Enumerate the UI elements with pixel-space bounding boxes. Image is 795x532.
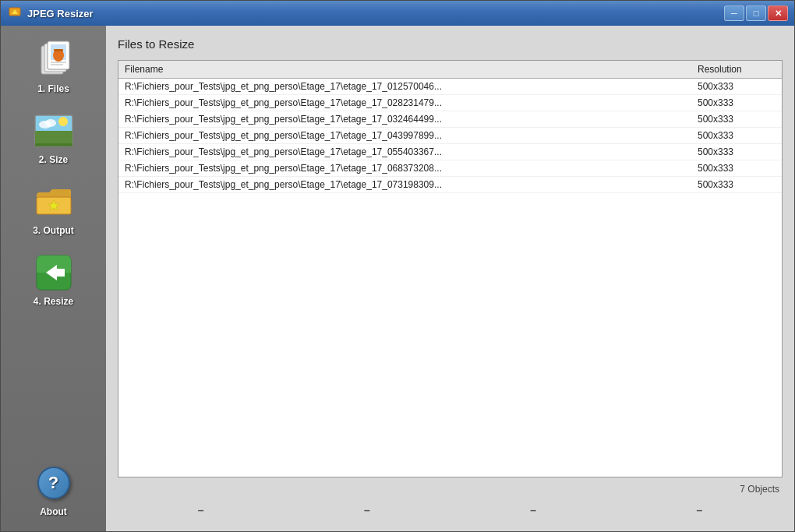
close-button[interactable]: ✕ [768, 5, 788, 21]
window-title: JPEG Resizer [27, 8, 724, 19]
file-path: R:\Fichiers_pour_Tests\jpg_et_png_perso\… [125, 163, 698, 174]
output-icon-area [34, 181, 74, 222]
right-panel: Files to Resize Filename Resolution R:\F… [106, 26, 794, 531]
resize-icon [35, 254, 72, 291]
sidebar-label-about: About [40, 506, 67, 517]
sidebar-item-size[interactable]: 2. Size [11, 104, 97, 171]
bottom-dash-2: – [364, 504, 370, 516]
file-resolution: 500x333 [698, 179, 776, 190]
sidebar-item-resize[interactable]: 4. Resize [11, 246, 97, 313]
table-row[interactable]: R:\Fichiers_pour_Tests\jpg_et_png_perso\… [118, 144, 782, 160]
sidebar-item-output[interactable]: 3. Output [11, 175, 97, 242]
objects-count: 7 Objects [118, 484, 783, 495]
file-resolution: 500x333 [698, 163, 776, 174]
minimize-button[interactable]: ─ [724, 5, 744, 21]
size-icon-area [34, 111, 74, 151]
file-resolution: 500x333 [698, 114, 776, 125]
main-content: 1. Files 2. Size [1, 26, 794, 531]
file-list-container: Filename Resolution R:\Fichiers_pour_Tes… [118, 60, 783, 477]
sidebar-label-size: 2. Size [39, 154, 68, 165]
table-row[interactable]: R:\Fichiers_pour_Tests\jpg_et_png_perso\… [118, 95, 782, 111]
sidebar-label-files: 1. Files [37, 83, 69, 94]
files-icon-area [34, 40, 74, 80]
file-resolution: 500x333 [698, 146, 776, 157]
table-row[interactable]: R:\Fichiers_pour_Tests\jpg_et_png_perso\… [118, 128, 782, 144]
files-icon [34, 40, 74, 80]
bottom-bar: – – – – [118, 501, 783, 520]
svg-rect-7 [54, 49, 63, 51]
file-path: R:\Fichiers_pour_Tests\jpg_et_png_perso\… [125, 97, 698, 108]
file-path: R:\Fichiers_pour_Tests\jpg_et_png_perso\… [125, 179, 698, 190]
table-row[interactable]: R:\Fichiers_pour_Tests\jpg_et_png_perso\… [118, 177, 782, 193]
col-filename-header: Filename [125, 64, 698, 75]
bottom-dash-1: – [198, 504, 204, 516]
app-icon [7, 5, 23, 21]
panel-title: Files to Resize [118, 37, 783, 51]
file-path: R:\Fichiers_pour_Tests\jpg_et_png_perso\… [125, 114, 698, 125]
main-window: JPEG Resizer ─ □ ✕ [0, 0, 795, 532]
table-row[interactable]: R:\Fichiers_pour_Tests\jpg_et_png_perso\… [118, 79, 782, 95]
sidebar-label-resize: 4. Resize [34, 296, 73, 307]
about-icon-area: ? [34, 463, 74, 503]
sidebar-label-output: 3. Output [33, 225, 74, 236]
file-list-header: Filename Resolution [118, 61, 782, 79]
resize-icon-area [34, 252, 74, 293]
table-row[interactable]: R:\Fichiers_pour_Tests\jpg_et_png_perso\… [118, 111, 782, 128]
bottom-dash-4: – [696, 504, 702, 516]
sidebar: 1. Files 2. Size [1, 26, 106, 531]
title-bar: JPEG Resizer ─ □ ✕ [1, 1, 794, 26]
col-resolution-header: Resolution [698, 64, 776, 75]
size-icon [34, 114, 74, 148]
file-path: R:\Fichiers_pour_Tests\jpg_et_png_perso\… [125, 146, 698, 157]
file-resolution: 500x333 [698, 97, 776, 108]
file-path: R:\Fichiers_pour_Tests\jpg_et_png_perso\… [125, 130, 698, 141]
svg-rect-12 [35, 143, 72, 146]
table-row[interactable]: R:\Fichiers_pour_Tests\jpg_et_png_perso\… [118, 160, 782, 177]
output-icon [34, 183, 74, 220]
file-resolution: 500x333 [698, 81, 776, 92]
svg-point-15 [58, 117, 68, 126]
file-path: R:\Fichiers_pour_Tests\jpg_et_png_perso\… [125, 81, 698, 92]
file-resolution: 500x333 [698, 130, 776, 141]
maximize-button[interactable]: □ [746, 5, 766, 21]
bottom-dash-3: – [530, 504, 536, 516]
sidebar-item-files[interactable]: 1. Files [11, 33, 97, 100]
svg-point-14 [45, 119, 56, 127]
sidebar-item-about[interactable]: ? About [11, 456, 97, 523]
file-list-body[interactable]: R:\Fichiers_pour_Tests\jpg_et_png_perso\… [118, 79, 782, 477]
about-icon: ? [37, 467, 70, 499]
window-controls: ─ □ ✕ [724, 5, 788, 21]
